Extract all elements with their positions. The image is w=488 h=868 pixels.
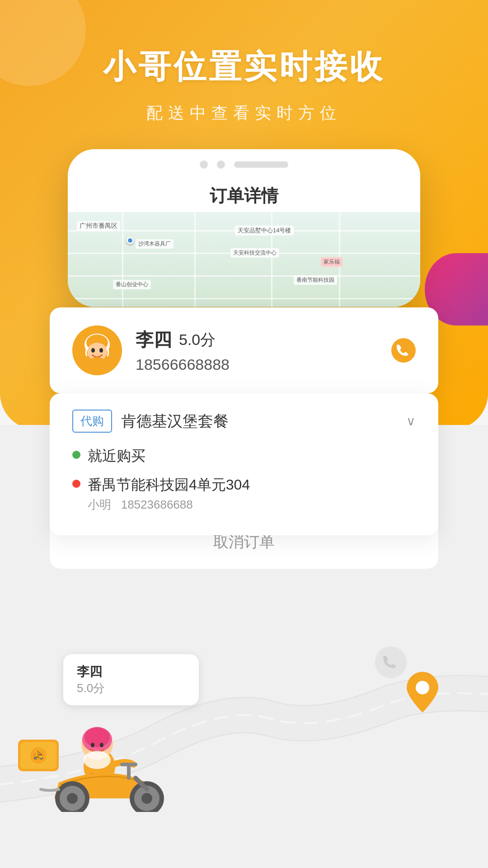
map-label: 家乐福	[321, 257, 343, 267]
order-type-row: 代购 肯德基汉堡套餐 ∨	[72, 410, 416, 433]
recipient-name: 小明	[88, 498, 111, 511]
map-road	[194, 212, 196, 307]
order-type-badge: 代购	[72, 410, 112, 433]
map-label: 番南节能科技园	[294, 275, 337, 285]
delivery-address: 番禺节能科技园4单元304	[88, 475, 250, 495]
delivery-card: 李四 5.0分 18566668888	[50, 307, 438, 393]
svg-point-4	[91, 348, 95, 353]
notch-speaker	[234, 161, 288, 168]
pickup-label: 就近购买	[88, 446, 145, 466]
scooter-illustration: 🛵	[14, 694, 185, 814]
bottom-call-icon[interactable]	[375, 646, 407, 678]
map-road	[68, 298, 420, 299]
svg-point-7	[416, 681, 429, 694]
bottom-driver-score: 5.0分	[77, 680, 185, 696]
driver-avatar	[72, 326, 122, 375]
svg-point-19	[100, 743, 103, 747]
bottom-driver-name: 李四	[77, 663, 185, 680]
driver-text-info: 李四 5.0分 18566668888	[136, 327, 230, 373]
phone-mockup: 订单详情 广州市番禺区 沙湾木器具厂 天安品墅中心14号楼 天安科技交流中心 家…	[68, 149, 420, 307]
svg-text:🛵: 🛵	[33, 750, 44, 760]
order-detail-title: 订单详情	[68, 175, 420, 212]
map-label: 广州市番禺区	[77, 221, 120, 231]
phone-notch	[68, 149, 420, 175]
cancel-order-button[interactable]: 取消订单	[213, 533, 275, 550]
svg-point-5	[99, 348, 103, 353]
driver-score: 5.0分	[179, 330, 216, 350]
call-button[interactable]	[391, 338, 416, 363]
driver-row: 李四 5.0分 18566668888	[72, 326, 416, 375]
map-road	[122, 212, 123, 307]
recipient-info: 小明 18523686688	[88, 497, 250, 513]
map-area: 广州市番禺区 沙湾木器具厂 天安品墅中心14号楼 天安科技交流中心 家乐福 番南…	[68, 212, 420, 307]
avatar-svg	[72, 326, 122, 375]
pickup-address-item: 就近购买	[72, 446, 416, 466]
destination-pin-svg	[407, 672, 438, 712]
hero-title: 小哥位置实时接收	[0, 45, 488, 89]
hero-subtitle: 配送中查看实时方位	[0, 102, 488, 124]
map-road	[68, 275, 420, 277]
hero-section: 小哥位置实时接收 配送中查看实时方位	[0, 45, 488, 124]
svg-point-20	[84, 751, 111, 769]
delivery-dot	[72, 480, 80, 488]
svg-point-26	[141, 793, 152, 804]
order-item-name: 肯德基汉堡套餐	[121, 411, 229, 432]
map-label: 天安科技交流中心	[230, 248, 279, 258]
order-detail-card: 代购 肯德基汉堡套餐 ∨ 就近购买 番禺节能科技园4单元304 小明 18523…	[50, 393, 438, 535]
delivery-address-item: 番禺节能科技园4单元304 小明 18523686688	[72, 475, 416, 513]
map-label: 番山创业中心	[113, 280, 151, 289]
svg-point-23	[67, 793, 78, 804]
driver-name-row: 李四 5.0分	[136, 327, 230, 352]
map-pin-destination	[407, 672, 438, 714]
notch-dot-1	[200, 160, 208, 169]
chevron-down-icon[interactable]: ∨	[406, 414, 416, 429]
recipient-phone: 18523686688	[121, 498, 193, 511]
driver-name: 李四	[136, 327, 172, 352]
map-label: 天安品墅中心14号楼	[235, 226, 294, 236]
driver-phone-number: 18566668888	[136, 356, 230, 373]
scooter-svg: 🛵	[14, 694, 185, 812]
svg-point-17	[84, 727, 110, 747]
svg-point-6	[89, 357, 105, 368]
driver-info: 李四 5.0分 18566668888	[72, 326, 230, 375]
svg-point-18	[91, 743, 94, 747]
bottom-illustration: 李四 5.0分 🛵	[0, 561, 488, 868]
map-label: 沙湾木器具厂	[136, 239, 174, 249]
order-type-left: 代购 肯德基汉堡套餐	[72, 410, 229, 433]
map-pin	[127, 237, 134, 244]
notch-dot-2	[217, 160, 225, 169]
pickup-dot	[72, 451, 80, 459]
